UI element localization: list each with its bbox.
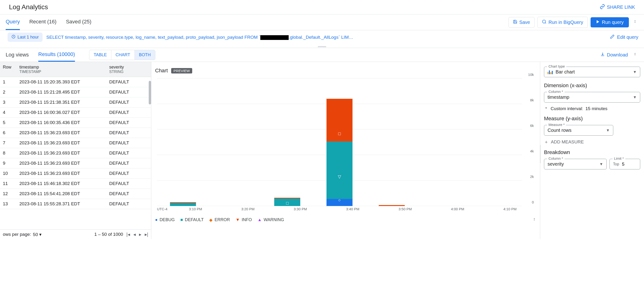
custom-interval-toggle[interactable]: Custom interval: 15 minutes xyxy=(544,106,640,111)
legend-label: INFO xyxy=(242,217,252,222)
tab-query[interactable]: Query xyxy=(6,14,20,30)
cell-severity: DEFAULT xyxy=(106,181,151,186)
scrollbar-thumb[interactable] xyxy=(149,81,151,104)
table-row[interactable]: 72023-08-11 15:36:23.693 EDTDEFAULT xyxy=(0,138,151,148)
run-in-bigquery-button[interactable]: Run in BigQuery xyxy=(538,17,588,28)
row-index: 12 xyxy=(0,191,16,196)
legend-item[interactable]: ▲WARNING xyxy=(258,217,284,222)
chevron-down-icon: ▼ xyxy=(599,162,603,166)
tab-saved[interactable]: Saved (25) xyxy=(66,14,92,30)
legend-label: DEBUG xyxy=(160,217,175,222)
resize-handle[interactable] xyxy=(0,46,644,48)
breakdown-column-select[interactable]: Column * severity ▼ xyxy=(544,159,607,169)
rows-per-page-select[interactable]: 50 ▾ xyxy=(33,232,41,237)
bar[interactable]: □▽○ xyxy=(326,99,352,206)
table-row[interactable]: 12023-08-11 15:20:35.393 EDTDEFAULT xyxy=(0,77,151,87)
chart-type-label: Chart type xyxy=(547,64,566,68)
last-page-button[interactable]: ▸| xyxy=(145,232,148,237)
chevron-down-icon: ▼ xyxy=(633,70,637,74)
x-tick: 4:10 PM xyxy=(484,207,536,211)
tab-results[interactable]: Results (10000) xyxy=(38,48,75,62)
measure-select[interactable]: Measure * Count rows ▼ xyxy=(544,125,613,136)
svg-marker-2 xyxy=(596,20,599,23)
col-header-row: Row xyxy=(0,64,16,75)
dimension-column-select[interactable]: Column * timestamp ▼ xyxy=(544,92,640,102)
tab-log-views[interactable]: Log views xyxy=(6,48,29,61)
cell-severity: DEFAULT xyxy=(106,110,151,115)
seg-table[interactable]: TABLE xyxy=(89,50,111,60)
bar[interactable] xyxy=(379,205,405,206)
download-button[interactable]: Download xyxy=(600,52,628,58)
cell-timestamp: 2023-08-11 16:00:35.436 EDT xyxy=(16,120,106,125)
cell-timestamp: 2023-08-11 15:20:35.393 EDT xyxy=(16,79,106,85)
col-header-severity[interactable]: severity STRING xyxy=(106,64,151,75)
table-row[interactable]: 42023-08-11 16:00:36.027 EDTDEFAULT xyxy=(0,107,151,118)
y-tick: 0 xyxy=(532,200,534,204)
cell-severity: DEFAULT xyxy=(106,130,151,135)
legend-item[interactable]: ■DEFAULT xyxy=(180,217,204,222)
table-row[interactable]: 82023-08-11 15:36:23.693 EDTDEFAULT xyxy=(0,148,151,158)
table-row[interactable]: 22023-08-11 15:21:28.495 EDTDEFAULT xyxy=(0,87,151,97)
breakdown-column-value: severity xyxy=(548,161,596,167)
results-expand-icon[interactable] xyxy=(632,51,638,58)
legend-label: WARNING xyxy=(264,217,284,222)
download-label: Download xyxy=(607,52,628,58)
chevron-down-icon: ▼ xyxy=(633,95,637,99)
limit-value-input[interactable] xyxy=(622,162,632,167)
chart-type-select[interactable]: Chart type Bar chart ▼ xyxy=(544,67,640,77)
x-tick: 3:30 PM xyxy=(274,207,326,211)
legend-swatch-icon: ▼ xyxy=(236,217,240,222)
dimension-column-label: Column * xyxy=(547,89,564,94)
save-button[interactable]: Save xyxy=(508,17,534,28)
seg-chart[interactable]: CHART xyxy=(111,50,135,60)
x-tick: 4:00 PM xyxy=(432,207,484,211)
run-query-button[interactable]: Run query xyxy=(590,17,629,27)
limit-input[interactable]: Limit * Top xyxy=(610,159,640,169)
next-page-button[interactable]: ▸ xyxy=(139,232,142,237)
dimension-column-value: timestamp xyxy=(548,94,630,100)
y-tick: 10k xyxy=(528,72,534,76)
legend-item[interactable]: ●DEBUG xyxy=(155,217,175,222)
cell-timestamp: 2023-08-11 15:36:23.693 EDT xyxy=(16,140,106,146)
table-row[interactable]: 112023-08-11 15:46:18.302 EDTDEFAULT xyxy=(0,179,151,189)
table-row[interactable]: 62023-08-11 15:36:23.693 EDTDEFAULT xyxy=(0,128,151,138)
bar[interactable]: □ xyxy=(274,198,300,206)
cell-severity: DEFAULT xyxy=(106,201,151,207)
share-link-button[interactable]: SHARE LINK xyxy=(600,4,635,10)
tab-recent[interactable]: Recent (16) xyxy=(29,14,56,30)
play-icon xyxy=(596,20,600,25)
expand-icon[interactable] xyxy=(632,19,638,25)
edit-query-button[interactable]: Edit query xyxy=(610,34,638,40)
table-row[interactable]: 52023-08-11 16:00:35.436 EDTDEFAULT xyxy=(0,118,151,128)
clock-icon xyxy=(11,34,16,40)
run-bq-label: Run in BigQuery xyxy=(548,20,583,25)
custom-interval-value: 15 minutes xyxy=(585,106,607,111)
row-index: 9 xyxy=(0,161,16,166)
table-row[interactable]: 32023-08-11 15:21:38.351 EDTDEFAULT xyxy=(0,97,151,107)
table-row[interactable]: 122023-08-11 15:54:41.208 EDTDEFAULT xyxy=(0,189,151,199)
chart-heading: Chart xyxy=(155,68,168,74)
prev-page-button[interactable]: ◂ xyxy=(133,232,136,237)
time-range-chip[interactable]: Last 1 hour xyxy=(8,33,42,42)
table-row[interactable]: 102023-08-11 15:36:23.693 EDTDEFAULT xyxy=(0,168,151,179)
table-row[interactable]: 132023-08-11 15:55:28.371 EDTDEFAULT xyxy=(0,199,151,209)
results-table-panel: Row timestamp TIMESTAMP severity STRING … xyxy=(0,62,151,239)
add-measure-button[interactable]: ＋ ADD MEASURE xyxy=(544,139,640,145)
first-page-button[interactable]: |◂ xyxy=(126,232,130,237)
cell-severity: DEFAULT xyxy=(106,100,151,105)
legend-item[interactable]: ▼INFO xyxy=(236,217,252,222)
legend-label: ERROR xyxy=(214,217,230,222)
seg-both[interactable]: BOTH xyxy=(135,50,155,60)
bar[interactable] xyxy=(170,202,196,206)
cell-severity: DEFAULT xyxy=(106,89,151,95)
col-header-timestamp[interactable]: timestamp TIMESTAMP xyxy=(16,64,106,75)
chevron-down-icon xyxy=(544,106,548,111)
cell-timestamp: 2023-08-11 15:54:41.208 EDT xyxy=(16,191,106,196)
dimension-heading: Dimension (x-axis) xyxy=(544,82,640,89)
chart-expand-icon[interactable] xyxy=(532,217,536,223)
chart-panel: Chart PREVIEW 02k4k6k8k10k□□▽○ UTC-43:10… xyxy=(151,62,540,239)
cell-severity: DEFAULT xyxy=(106,79,151,85)
table-row[interactable]: 92023-08-11 15:36:23.693 EDTDEFAULT xyxy=(0,158,151,168)
svg-point-0 xyxy=(542,20,546,23)
legend-item[interactable]: ◆ERROR xyxy=(209,217,230,223)
